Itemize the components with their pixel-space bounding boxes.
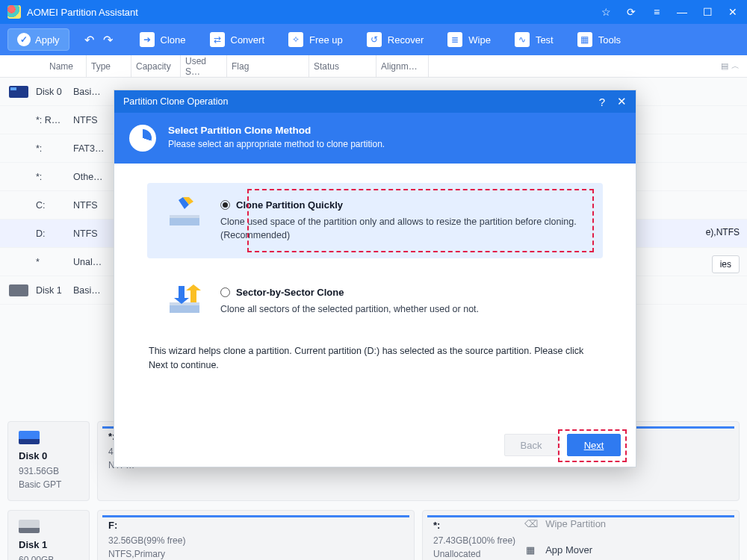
row-name: *: [36, 257, 73, 267]
refresh-icon[interactable]: ⟳: [624, 6, 638, 18]
wipe-icon: ⌫: [524, 518, 536, 529]
row-name: C:: [36, 200, 73, 211]
opt2-desc: Clone all sectors of the selected partit…: [220, 302, 586, 316]
row-type: NTFS: [73, 200, 118, 211]
row-type: Othe…: [73, 172, 118, 182]
side-actions: ⌫ Wipe Partition ▦ App Mover ⋯ Advanced …: [524, 511, 735, 560]
row-name: *:: [36, 172, 73, 182]
option-sector-clone[interactable]: Sector-by-Sector Clone Clone all sectors…: [147, 270, 603, 332]
opt1-desc: Clone used space of the partition only a…: [220, 215, 586, 242]
wizard-hint: This wizard helps clone a partition. Cur…: [147, 344, 603, 373]
row-name: Disk 0: [36, 87, 73, 97]
app-logo-icon: [7, 5, 21, 19]
close-icon[interactable]: ✕: [726, 6, 740, 18]
col-flag: Flag: [227, 55, 309, 77]
radio-quick[interactable]: [220, 200, 230, 210]
tool-test[interactable]: ∿Test: [506, 28, 562, 52]
part-line2: NTFS,Primary: [108, 547, 403, 560]
pie-chart-icon: [129, 125, 156, 152]
freeup-icon: ✧: [288, 32, 303, 47]
disk-card-name: Disk 0: [19, 450, 78, 461]
quick-clone-icon: [164, 199, 205, 228]
tool-wipe[interactable]: ≣Wipe: [438, 28, 500, 52]
col-used: Used S…: [181, 55, 227, 77]
tool-recover[interactable]: ↺Recover: [358, 28, 433, 52]
maximize-icon[interactable]: ☐: [701, 6, 714, 18]
radio-sector[interactable]: [220, 287, 230, 297]
col-align: Alignm…: [376, 55, 429, 77]
opt2-title: Sector-by-Sector Clone: [236, 287, 344, 298]
titlebar: AOMEI Partition Assistant ☆ ⟳ ≡ — ☐ ✕: [0, 0, 747, 24]
tools-icon: ▦: [577, 32, 592, 47]
row-type: NTFS: [73, 115, 118, 125]
disk-summary-card[interactable]: Disk 0 931.56GB Basic GPT: [7, 421, 90, 501]
convert-icon: ⇄: [210, 32, 225, 47]
modal-title: Partition Clone Operation: [123, 96, 228, 107]
test-icon: ∿: [515, 32, 530, 47]
sector-clone-icon: [164, 287, 205, 315]
opt1-title: Clone Partition Quickly: [236, 199, 343, 211]
star-icon[interactable]: ☆: [599, 6, 613, 18]
disk-summary-card[interactable]: Disk 1 60.00GB Basic MBR: [7, 510, 90, 560]
appmover-icon: ▦: [524, 544, 536, 556]
redo-icon[interactable]: ↷: [100, 30, 116, 50]
col-status: Status: [309, 55, 376, 77]
col-capacity: Capacity: [131, 55, 181, 77]
disk-card-name: Disk 1: [19, 539, 78, 550]
app-title: AOMEI Partition Assistant: [27, 7, 599, 18]
help-icon[interactable]: ?: [599, 96, 605, 108]
disk-card-scheme: Basic GPT: [19, 478, 78, 491]
tool-tools[interactable]: ▦Tools: [568, 28, 630, 52]
row-name: *:: [36, 143, 73, 154]
tool-clone[interactable]: ➜Clone: [131, 28, 195, 52]
tool-freeup[interactable]: ✧Free up: [279, 28, 352, 52]
tool-convert[interactable]: ⇄Convert: [201, 28, 274, 52]
row-type: NTFS: [73, 228, 118, 239]
next-button[interactable]: Next: [567, 434, 621, 456]
row-type: Basi…: [73, 87, 118, 97]
part-line1: 32.56GB(99% free): [108, 534, 403, 547]
right-peek: e),NTFS ies: [706, 227, 740, 273]
back-button[interactable]: Back: [504, 434, 558, 456]
apply-button[interactable]: ✓ Apply: [7, 28, 69, 51]
row-name: *: R…: [36, 115, 73, 125]
part-name: F:: [108, 520, 403, 531]
row-type: Basi…: [73, 285, 118, 296]
app-mover-link[interactable]: ▦ App Mover: [524, 537, 735, 560]
peek-tag[interactable]: ies: [712, 255, 740, 273]
menu-icon[interactable]: ≡: [650, 6, 663, 18]
clone-modal: Partition Clone Operation ? ✕ Select Par…: [114, 90, 636, 467]
disk-card-size: 931.56GB: [19, 464, 78, 478]
disk-icon: [9, 86, 28, 98]
check-icon: ✓: [17, 33, 31, 46]
partition-card[interactable]: F: 32.56GB(99% free) NTFS,Primary: [97, 510, 415, 560]
wipe-partition-link[interactable]: ⌫ Wipe Partition: [524, 511, 735, 537]
col-type: Type: [87, 55, 131, 77]
minimize-icon[interactable]: —: [675, 6, 689, 18]
wipe-icon: ≣: [447, 32, 462, 47]
modal-header-title: Select Partition Clone Method: [168, 125, 385, 136]
row-name: D:: [36, 228, 73, 239]
apply-label: Apply: [35, 34, 60, 46]
clone-icon: ➜: [140, 32, 155, 47]
row-name: Disk 1: [36, 285, 73, 296]
main-toolbar: ✓ Apply ↶ ↷ ➜Clone ⇄Convert ✧Free up ↺Re…: [0, 24, 747, 55]
disk-icon: [9, 284, 28, 296]
option-quick-clone[interactable]: Clone Partition Quickly Clone used space…: [147, 183, 603, 258]
modal-header: Select Partition Clone Method Please sel…: [114, 113, 636, 164]
collapse-up-icon[interactable]: ︿: [731, 60, 740, 72]
column-header: Name Type Capacity Used S… Flag Status A…: [0, 55, 747, 78]
row-type: Unal…: [73, 257, 118, 267]
disk-card-icon: [19, 520, 40, 533]
modal-header-sub: Please select an appropriate method to c…: [168, 139, 385, 149]
undo-icon[interactable]: ↶: [81, 30, 97, 50]
modal-close-icon[interactable]: ✕: [617, 95, 627, 108]
row-type: FAT3…: [73, 143, 118, 154]
recover-icon: ↺: [367, 32, 382, 47]
disk-card-size: 60.00GB: [19, 553, 78, 560]
col-name: Name: [45, 55, 87, 77]
view-grid-icon[interactable]: ▤: [721, 61, 728, 71]
disk-card-icon: [19, 431, 40, 444]
modal-titlebar: Partition Clone Operation ? ✕: [114, 90, 636, 113]
